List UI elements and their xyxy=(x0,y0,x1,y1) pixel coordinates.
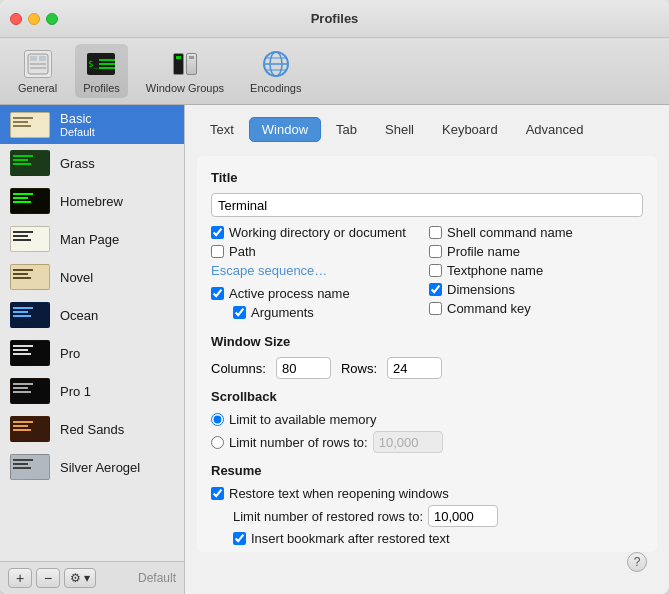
add-profile-button[interactable]: + xyxy=(8,568,32,588)
svg-rect-32 xyxy=(13,311,28,313)
active-process-label: Active process name xyxy=(229,286,350,301)
resume-section: Resume Restore text when reopening windo… xyxy=(211,463,643,546)
close-button[interactable] xyxy=(10,13,22,25)
limit-restored-row: Limit number of restored rows to: xyxy=(233,505,643,527)
escape-seq-link[interactable]: Escape sequence… xyxy=(211,263,327,278)
sidebar: Basic Default Grass xyxy=(0,105,185,594)
silveraerogel-thumb xyxy=(10,454,50,480)
arguments-checkbox[interactable] xyxy=(233,306,246,319)
sidebar-item-ocean[interactable]: Ocean xyxy=(0,296,184,334)
svg-rect-36 xyxy=(13,349,28,351)
restore-text-checkbox[interactable] xyxy=(211,487,224,500)
shell-cmd-row: Shell command name xyxy=(429,225,643,240)
redsands-thumb xyxy=(10,416,50,442)
redsands-info: Red Sands xyxy=(60,422,124,437)
limit-restored-input[interactable] xyxy=(428,505,498,527)
working-dir-label: Working directory or document xyxy=(229,225,406,240)
shell-cmd-checkbox[interactable] xyxy=(429,226,442,239)
minimize-button[interactable] xyxy=(28,13,40,25)
sidebar-item-basic[interactable]: Basic Default xyxy=(0,105,184,144)
svg-rect-11 xyxy=(13,117,33,119)
toolbar-item-general[interactable]: General xyxy=(10,44,65,98)
working-dir-checkbox[interactable] xyxy=(211,226,224,239)
title-input[interactable] xyxy=(211,193,643,217)
profile-name-checkbox[interactable] xyxy=(429,245,442,258)
maximize-button[interactable] xyxy=(46,13,58,25)
scrollback-title: Scrollback xyxy=(211,389,643,404)
active-process-checkbox[interactable] xyxy=(211,287,224,300)
tab-advanced[interactable]: Advanced xyxy=(513,117,597,142)
dimensions-row: Dimensions xyxy=(429,282,643,297)
gear-menu-button[interactable]: ⚙ ▾ xyxy=(64,568,96,588)
manpage-info: Man Page xyxy=(60,232,119,247)
tab-window[interactable]: Window xyxy=(249,117,321,142)
dimensions-checkbox[interactable] xyxy=(429,283,442,296)
sidebar-item-homebrew[interactable]: Homebrew xyxy=(0,182,184,220)
svg-rect-29 xyxy=(13,277,31,279)
rows-input[interactable] xyxy=(387,357,442,379)
window-size-title: Window Size xyxy=(211,334,643,349)
toolbar-item-window-groups[interactable]: Window Groups xyxy=(138,44,232,98)
redsands-name: Red Sands xyxy=(60,422,124,437)
tab-tab[interactable]: Tab xyxy=(323,117,370,142)
svg-rect-37 xyxy=(13,353,31,355)
sidebar-item-redsands[interactable]: Red Sands xyxy=(0,410,184,448)
textphone-row: Textphone name xyxy=(429,263,643,278)
manpage-thumb xyxy=(10,226,50,252)
textphone-checkbox[interactable] xyxy=(429,264,442,277)
novel-info: Novel xyxy=(60,270,93,285)
restore-text-label: Restore text when reopening windows xyxy=(229,486,449,501)
remove-profile-button[interactable]: − xyxy=(36,568,60,588)
columns-input[interactable] xyxy=(276,357,331,379)
ocean-thumb xyxy=(10,302,50,328)
basic-sub: Default xyxy=(60,126,95,138)
sidebar-item-silveraerogel[interactable]: Silver Aerogel xyxy=(0,448,184,486)
tab-keyboard[interactable]: Keyboard xyxy=(429,117,511,142)
help-button[interactable]: ? xyxy=(627,552,647,572)
window-size-row: Columns: Rows: xyxy=(211,357,643,379)
toolbar-item-encodings[interactable]: Encodings xyxy=(242,44,309,98)
tab-text[interactable]: Text xyxy=(197,117,247,142)
globe-icon xyxy=(260,48,292,80)
homebrew-thumb xyxy=(10,188,50,214)
limit-memory-radio[interactable] xyxy=(211,413,224,426)
svg-rect-47 xyxy=(13,459,33,461)
svg-rect-24 xyxy=(13,235,28,237)
homebrew-info: Homebrew xyxy=(60,194,123,209)
profiles-label: Profiles xyxy=(83,82,120,94)
svg-rect-33 xyxy=(13,315,31,317)
limit-rows-label: Limit number of rows to: xyxy=(229,435,368,450)
svg-rect-41 xyxy=(13,391,31,393)
command-key-row: Command key xyxy=(429,301,643,316)
command-key-checkbox[interactable] xyxy=(429,302,442,315)
sidebar-item-grass[interactable]: Grass xyxy=(0,144,184,182)
limit-rows-row: Limit number of rows to: xyxy=(211,431,643,453)
svg-rect-31 xyxy=(13,307,33,309)
basic-thumb xyxy=(10,112,50,138)
path-row: Path xyxy=(211,244,425,259)
sidebar-item-manpage[interactable]: Man Page xyxy=(0,220,184,258)
pro1-info: Pro 1 xyxy=(60,384,91,399)
general-label: General xyxy=(18,82,57,94)
toolbar: General $_ Profiles xyxy=(0,38,669,105)
col-left: Working directory or document Path Escap… xyxy=(211,225,425,324)
sidebar-item-novel[interactable]: Novel xyxy=(0,258,184,296)
textphone-label: Textphone name xyxy=(447,263,543,278)
sidebar-footer: + − ⚙ ▾ Default xyxy=(0,561,184,594)
limit-rows-input[interactable] xyxy=(373,431,443,453)
limit-rows-radio[interactable] xyxy=(211,436,224,449)
svg-rect-23 xyxy=(13,231,33,233)
traffic-lights xyxy=(10,13,58,25)
path-checkbox[interactable] xyxy=(211,245,224,258)
insert-bookmark-checkbox[interactable] xyxy=(233,532,246,545)
sidebar-list: Basic Default Grass xyxy=(0,105,184,561)
svg-rect-1 xyxy=(30,56,37,61)
limit-memory-label: Limit to available memory xyxy=(229,412,376,427)
sidebar-item-pro[interactable]: Pro xyxy=(0,334,184,372)
novel-thumb xyxy=(10,264,50,290)
manpage-name: Man Page xyxy=(60,232,119,247)
tab-shell[interactable]: Shell xyxy=(372,117,427,142)
main-content: Basic Default Grass xyxy=(0,105,669,594)
toolbar-item-profiles[interactable]: $_ Profiles xyxy=(75,44,128,98)
sidebar-item-pro1[interactable]: Pro 1 xyxy=(0,372,184,410)
